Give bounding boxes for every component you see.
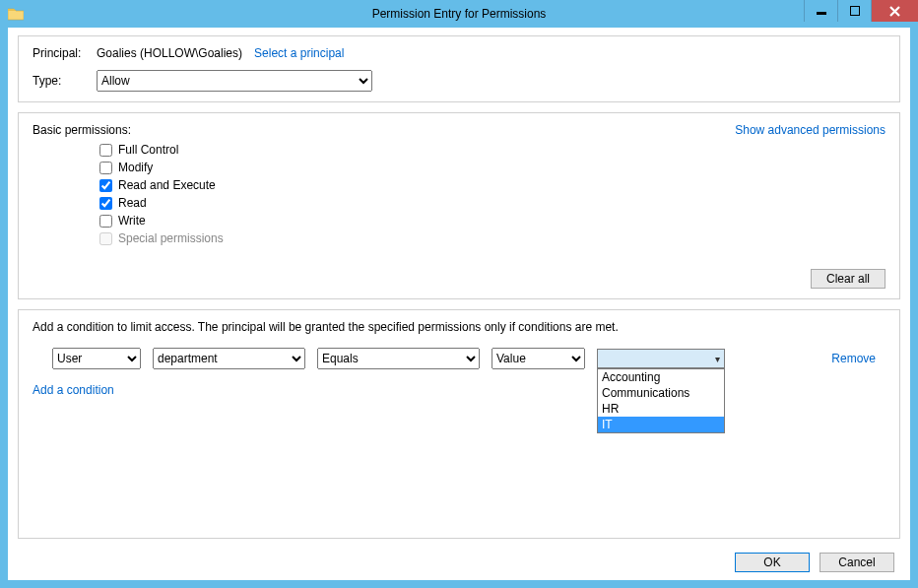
minimize-button[interactable] xyxy=(804,0,837,22)
perm-label: Write xyxy=(118,214,146,228)
remove-condition-link[interactable]: Remove xyxy=(831,352,876,365)
dropdown-item-communications[interactable]: Communications xyxy=(598,385,724,401)
dropdown-item-accounting[interactable]: Accounting xyxy=(598,369,724,385)
principal-panel: Principal: Goalies (HOLLOW\Goalies) Sele… xyxy=(18,35,900,102)
perm-label: Modify xyxy=(118,161,153,174)
type-label: Type: xyxy=(33,74,97,88)
condition-row: User department Equals Value ▾ Accountin… xyxy=(52,348,885,369)
window-title: Permission Entry for Permissions xyxy=(0,7,918,21)
perm-modify-checkbox[interactable] xyxy=(99,162,112,174)
condition-operator-select[interactable]: Equals xyxy=(317,348,480,369)
basic-permissions-panel: Basic permissions: Show advanced permiss… xyxy=(18,112,900,299)
permission-list: Full Control Modify Read and Execute Rea… xyxy=(99,143,885,245)
perm-special: Special permissions xyxy=(99,231,885,245)
dropdown-box[interactable]: ▾ xyxy=(597,349,725,368)
footer: OK Cancel xyxy=(18,549,900,572)
select-principal-link[interactable]: Select a principal xyxy=(254,46,344,60)
perm-full-control[interactable]: Full Control xyxy=(99,143,885,157)
dropdown-item-hr[interactable]: HR xyxy=(598,401,724,417)
perm-label: Read xyxy=(118,196,147,210)
perm-read[interactable]: Read xyxy=(99,196,885,210)
perm-modify[interactable]: Modify xyxy=(99,161,885,174)
perm-special-checkbox xyxy=(99,232,112,245)
perm-write[interactable]: Write xyxy=(99,214,885,228)
perm-label: Read and Execute xyxy=(118,178,216,192)
type-row: Type: Allow xyxy=(33,70,885,92)
maximize-icon xyxy=(850,6,860,16)
type-select[interactable]: Allow xyxy=(97,70,372,92)
principal-row: Principal: Goalies (HOLLOW\Goalies) Sele… xyxy=(33,46,885,60)
perm-label: Special permissions xyxy=(118,231,224,245)
perm-label: Full Control xyxy=(118,143,178,157)
condition-value-type-select[interactable]: Value xyxy=(492,348,585,369)
perm-read-execute-checkbox[interactable] xyxy=(99,179,112,192)
perm-write-checkbox[interactable] xyxy=(99,215,112,228)
titlebar[interactable]: Permission Entry for Permissions xyxy=(0,0,918,28)
clear-all-wrap: Clear all xyxy=(811,269,885,289)
close-icon xyxy=(889,6,900,17)
minimize-icon xyxy=(817,6,826,16)
condition-value-dropdown[interactable]: ▾ Accounting Communications HR IT xyxy=(597,349,725,368)
condition-attribute-select[interactable]: department xyxy=(153,348,305,369)
perm-full-control-checkbox[interactable] xyxy=(99,144,112,157)
svg-rect-1 xyxy=(850,6,860,16)
condition-panel: Add a condition to limit access. The pri… xyxy=(18,309,900,539)
folder-icon xyxy=(8,7,24,21)
principal-value: Goalies (HOLLOW\Goalies) xyxy=(97,46,242,60)
window-controls xyxy=(804,0,918,28)
clear-all-button[interactable]: Clear all xyxy=(811,269,885,289)
close-button[interactable] xyxy=(871,0,918,22)
chevron-down-icon: ▾ xyxy=(715,354,720,364)
maximize-button[interactable] xyxy=(837,0,871,22)
condition-subject-select[interactable]: User xyxy=(52,348,141,369)
cancel-button[interactable]: Cancel xyxy=(820,553,894,572)
condition-instruction: Add a condition to limit access. The pri… xyxy=(33,320,885,334)
dropdown-list: Accounting Communications HR IT xyxy=(597,368,725,433)
principal-label: Principal: xyxy=(33,46,97,60)
window: Permission Entry for Permissions Princip… xyxy=(0,0,918,588)
perm-read-checkbox[interactable] xyxy=(99,197,112,210)
svg-rect-0 xyxy=(817,12,826,15)
show-advanced-link[interactable]: Show advanced permissions xyxy=(735,123,885,137)
dropdown-item-it[interactable]: IT xyxy=(598,417,724,432)
perm-read-execute[interactable]: Read and Execute xyxy=(99,178,885,192)
content-area: Principal: Goalies (HOLLOW\Goalies) Sele… xyxy=(8,28,910,580)
ok-button[interactable]: OK xyxy=(735,553,810,572)
add-condition-link[interactable]: Add a condition xyxy=(33,383,885,397)
